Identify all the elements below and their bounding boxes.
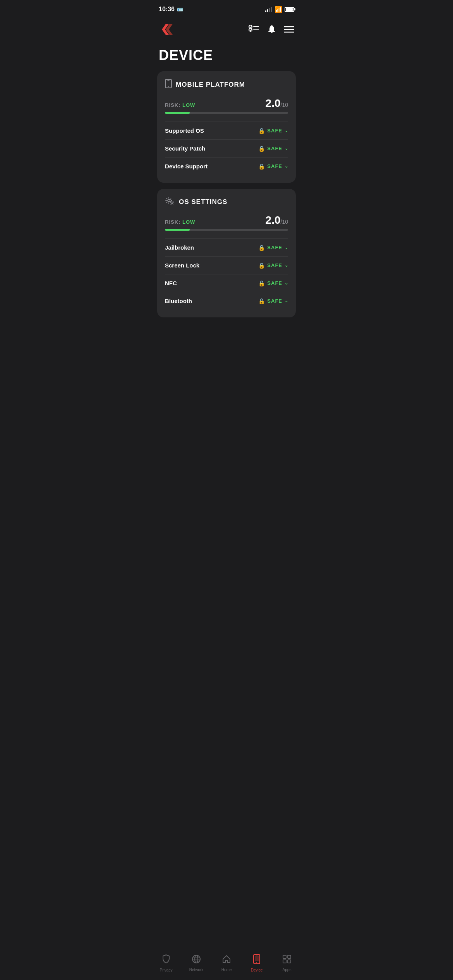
carrier-icon: 🪪	[177, 7, 183, 12]
svg-point-12	[171, 202, 173, 204]
supported-os-label: Supported OS	[165, 127, 204, 134]
security-patch-item[interactable]: Security Patch 🔒 SAFE ⌄	[165, 139, 288, 157]
os-risk-row: RISK: LOW 2.0/10	[165, 214, 288, 226]
os-settings-card: OS SETTINGS RISK: LOW 2.0/10 Jailbroken …	[157, 189, 296, 317]
mobile-progress-fill	[165, 112, 190, 114]
header-icons	[249, 24, 294, 36]
os-risk-label: RISK: LOW	[165, 219, 195, 225]
screen-lock-item[interactable]: Screen Lock 🔒 SAFE ⌄	[165, 256, 288, 274]
battery-icon	[285, 7, 294, 12]
signal-bar-1	[265, 10, 266, 12]
mobile-risk-score: 2.0/10	[266, 97, 288, 110]
menu-icon[interactable]	[284, 26, 294, 35]
svg-point-11	[168, 199, 170, 202]
bluetooth-safe-label: SAFE	[267, 298, 282, 304]
card-header-mobile: MOBILE PLATFORM	[165, 79, 288, 90]
device-support-status: 🔒 SAFE ⌄	[258, 163, 288, 170]
screen-lock-lock-icon: 🔒	[258, 262, 265, 269]
settings-gear-icon	[165, 197, 175, 207]
mobile-progress-bar	[165, 112, 288, 114]
signal-bars	[265, 7, 272, 12]
svg-point-10	[168, 86, 169, 87]
status-time: 10:36	[159, 6, 175, 13]
nfc-safe-label: SAFE	[267, 280, 282, 286]
security-patch-chevron: ⌄	[285, 146, 288, 151]
device-support-label: Device Support	[165, 163, 208, 170]
jailbroken-safe-label: SAFE	[267, 245, 282, 250]
card-header-os: OS SETTINGS	[165, 197, 288, 207]
mobile-risk-label: RISK: LOW	[165, 102, 195, 108]
os-risk-value: LOW	[182, 219, 195, 225]
security-patch-lock-icon: 🔒	[258, 146, 265, 152]
supported-os-item[interactable]: Supported OS 🔒 SAFE ⌄	[165, 122, 288, 139]
nfc-status: 🔒 SAFE ⌄	[258, 280, 288, 286]
nfc-label: NFC	[165, 280, 177, 286]
screen-lock-label: Screen Lock	[165, 262, 199, 269]
bluetooth-label: Bluetooth	[165, 298, 192, 304]
logo[interactable]	[159, 21, 176, 39]
jailbroken-label: Jailbroken	[165, 244, 194, 251]
jailbroken-item[interactable]: Jailbroken 🔒 SAFE ⌄	[165, 238, 288, 256]
screen-lock-chevron: ⌄	[285, 263, 288, 268]
nfc-item[interactable]: NFC 🔒 SAFE ⌄	[165, 274, 288, 292]
supported-os-lock-icon: 🔒	[258, 128, 265, 134]
mobile-platform-card: MOBILE PLATFORM RISK: LOW 2.0/10 Support…	[157, 71, 296, 183]
device-support-chevron: ⌄	[285, 164, 288, 169]
security-patch-label: Security Patch	[165, 145, 205, 152]
security-patch-status: 🔒 SAFE ⌄	[258, 146, 288, 152]
notification-bell-icon[interactable]	[267, 24, 276, 36]
supported-os-safe-label: SAFE	[267, 128, 282, 134]
signal-bar-2	[267, 9, 268, 12]
supported-os-chevron: ⌄	[285, 128, 288, 133]
bluetooth-item[interactable]: Bluetooth 🔒 SAFE ⌄	[165, 292, 288, 310]
bluetooth-lock-icon: 🔒	[258, 298, 265, 304]
bluetooth-chevron: ⌄	[285, 298, 288, 303]
jailbroken-status: 🔒 SAFE ⌄	[258, 245, 288, 251]
page-title: DEVICE	[151, 45, 302, 71]
checklist-icon[interactable]	[249, 25, 259, 36]
device-support-item[interactable]: Device Support 🔒 SAFE ⌄	[165, 157, 288, 175]
supported-os-status: 🔒 SAFE ⌄	[258, 128, 288, 134]
mobile-risk-row: RISK: LOW 2.0/10	[165, 97, 288, 110]
status-bar: 10:36 🪪 📶	[151, 0, 302, 17]
device-support-lock-icon: 🔒	[258, 163, 265, 170]
os-progress-fill	[165, 229, 190, 231]
status-indicators: 📶	[265, 6, 294, 13]
nfc-lock-icon: 🔒	[258, 280, 265, 286]
signal-bar-3	[269, 8, 270, 12]
security-patch-safe-label: SAFE	[267, 146, 282, 151]
screen-lock-safe-label: SAFE	[267, 262, 282, 268]
mobile-platform-title: MOBILE PLATFORM	[176, 81, 245, 89]
mobile-phone-icon	[165, 79, 172, 90]
jailbroken-lock-icon: 🔒	[258, 245, 265, 251]
os-risk-score: 2.0/10	[266, 214, 288, 226]
device-support-safe-label: SAFE	[267, 163, 282, 169]
signal-bar-4	[271, 7, 272, 12]
bluetooth-status: 🔒 SAFE ⌄	[258, 298, 288, 304]
mobile-risk-value: LOW	[182, 102, 195, 108]
header	[151, 17, 302, 45]
jailbroken-chevron: ⌄	[285, 245, 288, 250]
nfc-chevron: ⌄	[285, 281, 288, 286]
os-progress-bar	[165, 229, 288, 231]
os-settings-title: OS SETTINGS	[179, 198, 227, 206]
main-content: MOBILE PLATFORM RISK: LOW 2.0/10 Support…	[151, 71, 302, 362]
screen-lock-status: 🔒 SAFE ⌄	[258, 262, 288, 269]
wifi-icon: 📶	[275, 6, 282, 13]
